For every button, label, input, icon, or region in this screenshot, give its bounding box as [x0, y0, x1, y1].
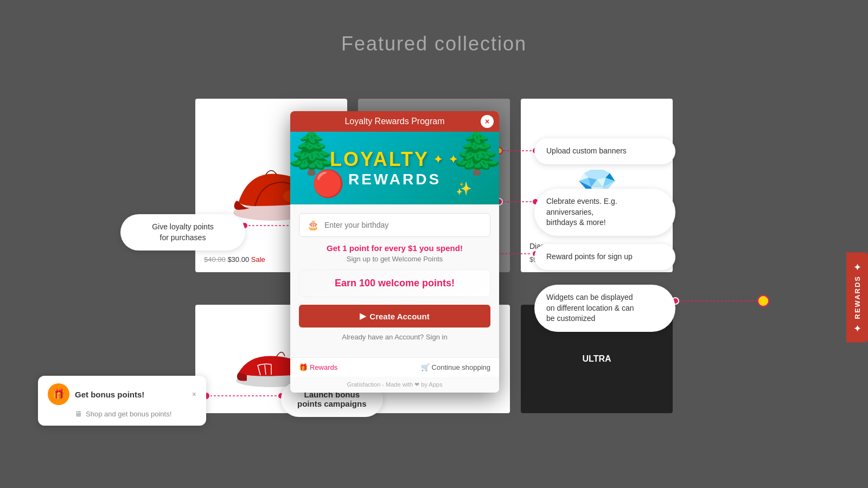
callout-events-text: Clebrate events. E.g.anniversaries,birth…	[546, 197, 617, 227]
rewards-sidebar-sparkle-2: ✦	[852, 261, 863, 272]
callout-loyalty-points: Give loyalty pointsfor purchases	[120, 214, 245, 251]
create-account-label: Create Account	[369, 312, 429, 321]
points-info: Get 1 point for every $1 you spend! Sign…	[299, 243, 490, 263]
create-account-button[interactable]: ▶ Create Account	[299, 305, 490, 328]
loyalty-banner: 🌲 🌲 🔴 ✨ LOYALTY ✦ ✦ REWARDS	[290, 132, 499, 204]
rewards-sidebar-sparkle: ✦	[852, 322, 863, 333]
modal-body: 🎂 Get 1 point for every $1 you spend! Si…	[290, 204, 499, 357]
bonus-title-row: 🎁 Get bonus points!	[48, 383, 144, 405]
loyalty-title-block: LOYALTY ✦ ✦ REWARDS	[301, 148, 488, 188]
rewards-icon: 🎁	[299, 363, 308, 371]
callout-reward-signup: Reward points for sign up	[534, 244, 675, 270]
welcome-points-banner: Earn 100 welcome points!	[299, 269, 490, 297]
bonus-title: Get bonus points!	[75, 390, 144, 399]
modal-close-button[interactable]: ×	[481, 115, 494, 128]
signin-text: Already have an Account? Sign in	[342, 333, 447, 341]
callout-events: Clebrate events. E.g.anniversaries,birth…	[534, 189, 675, 236]
modal-title: Loyalty Rewards Program	[344, 117, 444, 126]
callout-widgets-text: Widgets can be displayedon different loc…	[546, 293, 634, 323]
rewards-sidebar-label: REWARDS	[853, 275, 861, 319]
sparkle-icon-2: ✦	[449, 153, 459, 166]
bonus-icon: 🎁	[48, 383, 69, 405]
loyalty-modal: Loyalty Rewards Program × 🌲 🌲 🔴 ✨ LOYALT…	[290, 111, 499, 393]
page-title: Featured collection	[0, 0, 868, 55]
loyalty-main-text: LOYALTY ✦ ✦	[301, 148, 488, 171]
birthday-input[interactable]	[324, 221, 482, 229]
bonus-header: 🎁 Get bonus points! ×	[48, 383, 196, 405]
signin-section: Already have an Account? Sign in	[299, 333, 490, 341]
welcome-points-text: Earn 100 welcome points!	[307, 278, 482, 289]
callout-reward-text: Reward points for sign up	[546, 252, 633, 261]
card-shoes-price: $40.00 $30.00 Sale	[204, 255, 265, 264]
bonus-widget: 🎁 Get bonus points! × 🖥 Shop and get bon…	[38, 376, 206, 426]
shopping-link[interactable]: 🛒 Continue shopping	[421, 363, 490, 371]
callout-upload-banners: Upload custom banners	[534, 138, 675, 164]
sparkle-icon: ✦	[433, 153, 444, 166]
callout-loyalty-text: Give loyalty pointsfor purchases	[152, 222, 214, 242]
modal-footer: 🎁 Rewards 🛒 Continue shopping	[290, 357, 499, 377]
gratisfaction-footer: Gratisfaction - Made with ❤ by Apps	[290, 377, 499, 393]
modal-header: Loyalty Rewards Program ×	[290, 111, 499, 132]
callout-widgets: Widgets can be displayedon different loc…	[534, 285, 675, 332]
birthday-field[interactable]: 🎂	[299, 213, 490, 237]
bonus-sub-text: Shop and get bonus points!	[86, 410, 171, 418]
points-main-text: Get 1 point for every $1 you spend!	[299, 243, 490, 253]
rewards-link[interactable]: 🎁 Rewards	[299, 363, 337, 371]
points-sub-text: Sign up to get Welcome Points	[299, 255, 490, 263]
bonus-close-button[interactable]: ×	[192, 390, 196, 399]
callout-upload-text: Upload custom banners	[546, 146, 627, 155]
rewards-sidebar-button[interactable]: ✦ REWARDS ✦	[846, 252, 868, 342]
create-account-icon: ▶	[360, 311, 366, 321]
loyalty-sub-text: REWARDS	[301, 171, 488, 188]
cart-icon: 🛒	[421, 363, 430, 371]
callout-launch-text: Launch bonuspoints campaigns	[297, 390, 367, 408]
bonus-sub-icon: 🖥	[75, 409, 82, 418]
birthday-icon: 🎂	[307, 219, 319, 231]
bonus-subtitle: 🖥 Shop and get bonus points!	[75, 409, 196, 418]
